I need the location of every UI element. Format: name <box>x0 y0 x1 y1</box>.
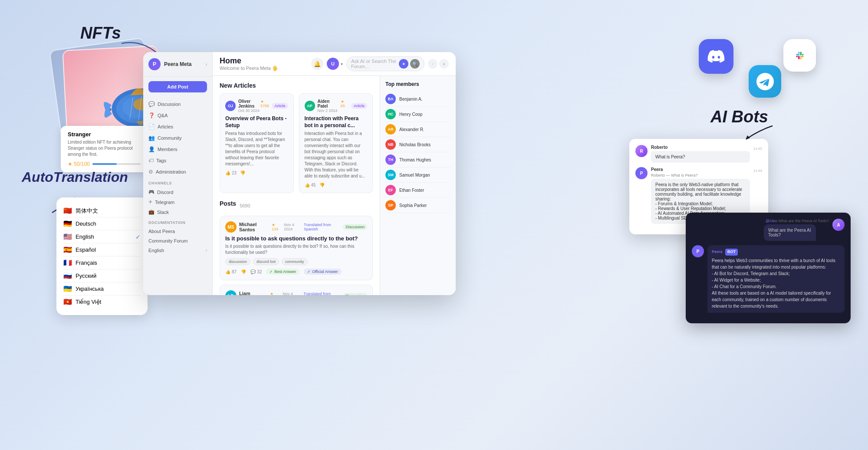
sidebar-channel-slack[interactable]: 💼 Slack <box>143 207 212 217</box>
sidebar-item-members[interactable]: 👤 Members <box>143 144 212 155</box>
post-1-comment-button[interactable]: 💬 32 <box>250 269 262 274</box>
sidebar-item-qa[interactable]: ❓ Q&A <box>143 110 212 121</box>
posts-title: Posts <box>220 200 236 207</box>
sidebar-item-administration[interactable]: ⚙ Administration <box>143 166 212 177</box>
post-1-tag-discordbot[interactable]: discord bot <box>253 258 279 265</box>
notification-bell-button[interactable]: 🔔 <box>311 58 323 70</box>
chat-2-bot-response-text: Peera helps Web3 communities to thrive w… <box>712 257 840 309</box>
lang-flag-german: 🇩🇪 <box>63 220 72 228</box>
member-item-7[interactable]: EF Ethan Foster <box>385 183 450 198</box>
article-2-author-info: Aiden Patel ★ 65 Nov 2 2024 <box>318 99 349 113</box>
post-1-translated: Translated from Spanish <box>304 223 340 231</box>
member-item-6[interactable]: SM Samuel Morgan <box>385 168 450 183</box>
post-1-tags: discussion discord bot community <box>225 258 367 265</box>
chat-1-user-name: Roberto <box>651 145 750 150</box>
article-1-avatar: OJ <box>225 101 236 111</box>
lang-item-english[interactable]: 🇺🇸 English ✓ <box>63 230 141 243</box>
autotranslation-label: AutoTranslation <box>22 169 128 185</box>
new-articles-title: New Articles <box>220 82 373 89</box>
lang-item-vietnamese[interactable]: 🇻🇳 Tiếng Việt <box>63 296 141 308</box>
aibots-arrow <box>742 117 777 143</box>
post-1-dislike-button[interactable]: 👎 <box>241 269 246 274</box>
post-1-avatar: MS <box>225 221 237 233</box>
search-placeholder-text: Ask AI or Search The Forum... <box>351 59 396 69</box>
post-1-date: Nov 4 2024 <box>284 223 301 231</box>
chat-1-user-bubble: R Roberto What is Peera? 11:42 <box>635 145 762 163</box>
post-card-1: MS Michael Santos ★ 134 Nov 4 2024 Trans… <box>220 216 373 280</box>
article-1-actions: 👍 23 👎 <box>225 171 288 175</box>
ai-search-button[interactable]: ✦ <box>399 59 408 69</box>
member-item-1[interactable]: BA Benjamin A. <box>385 92 450 107</box>
article-2-desc: Interaction with Peera bot in a personal… <box>305 131 368 179</box>
english-chevron-icon: › <box>206 248 207 253</box>
sidebar-channel-discord[interactable]: 🎮 Discord <box>143 187 212 197</box>
forum-subtitle: Welcome to Peera Meta 🖐 <box>220 66 306 71</box>
main-header: Home Welcome to Peera Meta 🖐 🔔 U ▾ Ask A… <box>213 52 456 76</box>
search-button[interactable]: 🔍 <box>410 59 420 69</box>
sidebar-item-administration-label: Administration <box>156 169 186 174</box>
lang-flag-english: 🇺🇸 <box>63 233 72 241</box>
lang-name-russian: Русский <box>76 273 141 279</box>
chat-1-bot-name: Peera <box>651 167 750 172</box>
member-item-4[interactable]: NB Nicholas Brooks <box>385 137 450 152</box>
nav-next-button[interactable]: › <box>439 59 449 69</box>
lang-flag-ukrainian: 🇺🇦 <box>63 285 72 293</box>
lang-flag-chinese: 🇨🇳 <box>63 207 72 215</box>
member-item-8[interactable]: SP Sophia Parker <box>385 198 450 213</box>
dropdown-chevron-icon: ▾ <box>341 62 343 66</box>
sidebar-item-tags[interactable]: 🏷 Tags <box>143 155 212 166</box>
article-1-title: Overview of Peera Bots - Setup <box>225 115 288 129</box>
article-2-like-button[interactable]: 👍 45 <box>305 183 316 187</box>
badge-desc: Limited edition NFT for achieving Strang… <box>68 139 141 158</box>
nav-prev-button[interactable]: ‹ <box>428 59 437 69</box>
telegram-channel-icon: ✈ <box>148 199 152 205</box>
sidebar-item-community[interactable]: 👥 Community <box>143 132 212 144</box>
chat-2-user-message: What are the Peera AI Tools? <box>764 224 816 241</box>
forum-window: P Peera Meta › Add Post 💬 Discussion ❓ Q… <box>143 52 456 295</box>
post-1-tag-discussion[interactable]: discussion <box>225 258 250 265</box>
article-1-like-button[interactable]: 👍 23 <box>225 171 237 175</box>
posts-header: Posts 5690 <box>220 200 373 211</box>
lang-item-spanish[interactable]: 🇪🇸 Español <box>63 243 141 256</box>
lang-item-french[interactable]: 🇫🇷 Français <box>63 256 141 269</box>
lang-flag-spanish: 🇪🇸 <box>63 246 72 254</box>
search-bar[interactable]: Ask AI or Search The Forum... ✦ 🔍 <box>346 56 424 71</box>
sidebar-item-articles[interactable]: 📄 Articles <box>143 121 212 132</box>
post-1-like-button[interactable]: 👍 87 <box>225 269 237 274</box>
member-5-name: Thomas Hughes <box>399 158 431 162</box>
article-1-meta: OJ Oliver Jenkins ★ 5768 Oct 30 2024 Art… <box>225 99 288 113</box>
sidebar-doc-forum[interactable]: Community Forum <box>143 236 212 246</box>
sidebar-channel-telegram[interactable]: ✈ Telegram <box>143 197 212 207</box>
lang-item-ukrainian[interactable]: 🇺🇦 Українська <box>63 282 141 296</box>
member-item-3[interactable]: AR Alexander R. <box>385 122 450 137</box>
user-avatar: U <box>327 58 339 70</box>
article-1-dislike-button[interactable]: 👎 <box>240 171 245 175</box>
post-1-title: Is it possible to ask questions directly… <box>225 235 367 242</box>
member-5-avatar: TH <box>385 154 396 165</box>
member-item-5[interactable]: TH Thomas Hughes <box>385 152 450 168</box>
sidebar-doc-english-label: English <box>148 248 164 253</box>
badge-star: ★ 50/100 <box>68 161 90 167</box>
sidebar-doc-about[interactable]: About Peera <box>143 227 212 236</box>
sidebar-channel-discord-label: Discord <box>157 190 173 195</box>
sidebar-doc-english[interactable]: English › <box>143 246 212 255</box>
user-avatar-group[interactable]: U ▾ <box>327 58 343 70</box>
member-item-2[interactable]: HC Henry Coop <box>385 107 450 122</box>
lang-name-spanish: Español <box>76 246 141 253</box>
article-2-date: Nov 2 2024 <box>318 108 349 113</box>
articles-icon: 📄 <box>148 124 155 130</box>
lang-item-chinese[interactable]: 🇨🇳 简体中文 <box>63 204 141 217</box>
post-1-tag: Discussion <box>343 224 367 230</box>
lang-item-german[interactable]: 🇩🇪 Deutsch <box>63 217 141 230</box>
post-1-tag-community[interactable]: community <box>282 258 308 265</box>
post-1-points: ★ 134 <box>272 223 281 231</box>
community-icon: 👥 <box>148 135 155 141</box>
lang-item-russian[interactable]: 🇷🇺 Русский <box>63 269 141 282</box>
members-icon: 👤 <box>148 146 155 152</box>
main-body: New Articles OJ Oliver Jenkins ★ 5768 Oc… <box>213 76 456 295</box>
post-1-official-answer-badge: ✓ Official Answer <box>304 269 341 275</box>
article-2-dislike-button[interactable]: 👎 <box>319 183 325 187</box>
article-2-title: Interaction with Peera bot in a personal… <box>305 115 368 129</box>
add-post-button[interactable]: Add Post <box>148 81 207 92</box>
sidebar-item-discussion[interactable]: 💬 Discussion <box>143 99 212 110</box>
